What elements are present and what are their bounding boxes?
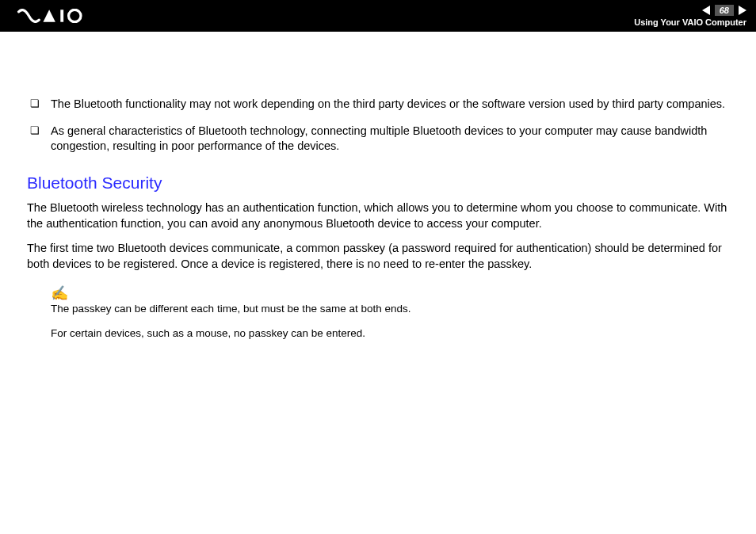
- page-number: 68: [715, 5, 734, 16]
- list-item: The Bluetooth functionality may not work…: [27, 97, 729, 113]
- body-paragraph: The Bluetooth wireless technology has an…: [27, 200, 729, 231]
- svg-rect-0: [60, 10, 63, 21]
- body-paragraph: The first time two Bluetooth devices com…: [27, 241, 729, 272]
- note-text: The passkey can be different each time, …: [51, 302, 729, 316]
- header-nav: 68 Using Your VAIO Computer: [634, 5, 746, 27]
- page-header: 68 Using Your VAIO Computer: [0, 0, 756, 32]
- bullet-list: The Bluetooth functionality may not work…: [27, 97, 729, 154]
- svg-point-1: [69, 10, 81, 21]
- next-page-arrow-icon[interactable]: [739, 6, 746, 15]
- section-heading: Bluetooth Security: [27, 172, 729, 194]
- page-content: The Bluetooth functionality may not work…: [0, 32, 756, 341]
- list-item: As general characteristics of Bluetooth …: [27, 124, 729, 154]
- document-page: 68 Using Your VAIO Computer The Bluetoot…: [0, 0, 756, 534]
- vaio-logo: [16, 9, 103, 23]
- note-pencil-icon: ✍: [51, 286, 729, 300]
- note-text: For certain devices, such as a mouse, no…: [51, 326, 729, 341]
- note-block: ✍ The passkey can be different each time…: [27, 286, 729, 340]
- prev-page-arrow-icon[interactable]: [702, 6, 710, 15]
- section-title: Using Your VAIO Computer: [634, 17, 746, 27]
